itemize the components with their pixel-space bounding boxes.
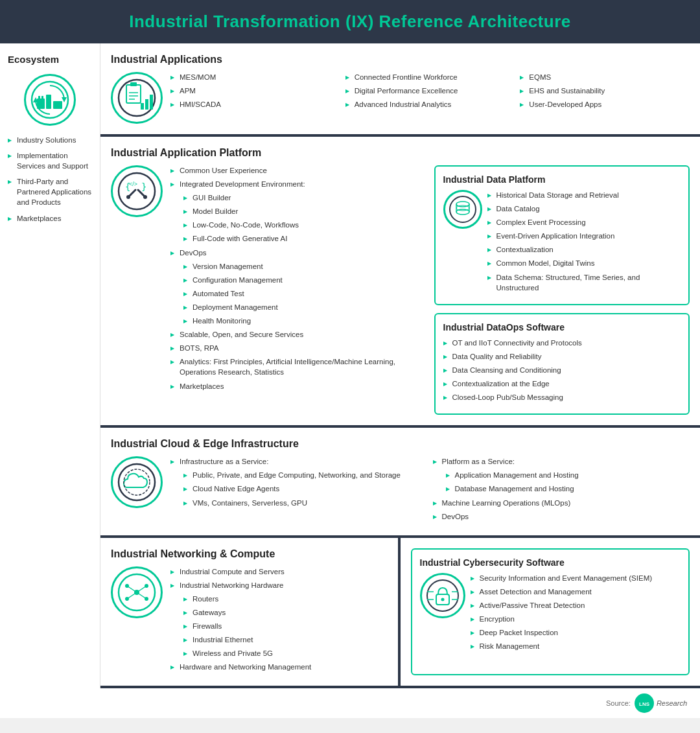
sidebar-icon-wrap xyxy=(8,74,92,126)
cloud-left-list: Infrastructure as a Service: Public, Pri… xyxy=(170,456,428,524)
sidebar-item-thirdparty: Third-Party and Partnered Applications a… xyxy=(8,176,92,207)
net-mgmt: Hardware and Networking Management xyxy=(170,662,311,672)
page: Industrial Transformation (IX) Reference… xyxy=(0,0,700,718)
cloud-svg xyxy=(117,463,156,502)
iap-auto-test: Automated Test xyxy=(177,288,426,299)
iap-devops: DevOps xyxy=(170,248,426,258)
ind-app-inner: MES/MOM APM HMI/SCADA Connected Frontlin… xyxy=(111,72,690,124)
cloud-edge-cols: Infrastructure as a Service: Public, Pri… xyxy=(170,456,690,524)
cloud-paas: Platform as a Service: xyxy=(433,456,690,467)
svg-point-41 xyxy=(427,580,458,611)
cybersecurity-svg xyxy=(426,579,460,612)
industrial-data-platform-box: Industrial Data Platform xyxy=(434,165,690,305)
dataops-context: Contextualization at the Edge xyxy=(443,378,681,389)
ind-app-icon-container xyxy=(111,72,163,124)
page-header: Industrial Transformation (IX) Reference… xyxy=(0,0,700,43)
svg-line-40 xyxy=(137,592,146,599)
ind-app-item-userdev: User-Developed Apps xyxy=(520,99,690,110)
svg-point-30 xyxy=(124,469,150,495)
ind-data-platform-wrap: Industrial Data Platform xyxy=(434,165,690,415)
iap-common-ux: Common User Experience xyxy=(170,165,426,176)
networking-svg xyxy=(117,573,156,612)
header-title: Industrial Transformation (IX) Reference… xyxy=(129,12,570,31)
cybersecurity-title: Industrial Cybersecurity Software xyxy=(420,557,681,568)
net-routers: Routers xyxy=(177,594,311,604)
dataops-ot: OT and IIoT Connectivity and Protocols xyxy=(443,338,681,348)
cloud-iaas: Infrastructure as a Service: xyxy=(170,456,428,467)
cloud-edge-icon xyxy=(111,456,163,508)
idp-icon xyxy=(443,190,482,229)
svg-point-22 xyxy=(143,195,147,199)
iap-health: Health Monitoring xyxy=(177,316,426,326)
svg-rect-3 xyxy=(53,101,62,109)
idp-inner: Historical Data Storage and Retrieval Da… xyxy=(443,190,681,296)
cloud-public: Public, Private, and Edge Computing, Net… xyxy=(177,470,428,480)
net-wireless: Wireless and Private 5G xyxy=(177,648,311,658)
cloud-edge-section: Industrial Cloud & Edge Infrastructure xyxy=(100,428,700,537)
iap-deploy: Deployment Management xyxy=(177,302,426,312)
dataops-quality: Data Quality and Reliability xyxy=(443,351,681,362)
ecosystem-svg xyxy=(30,80,69,119)
idp-historical: Historical Data Storage and Retrieval xyxy=(487,190,681,200)
sidebar-item-industry: Industry Solutions xyxy=(8,135,92,145)
ind-app-platform-icon-container: { </> } xyxy=(111,165,163,217)
lns-circle-icon: LNS xyxy=(635,693,654,713)
source-label: Source: xyxy=(606,699,631,707)
dataops-pubsub: Closed-Loop Pub/Sub Messaging xyxy=(443,392,681,402)
ind-app-svg xyxy=(117,78,156,117)
svg-rect-4 xyxy=(38,96,40,99)
idp-context: Contextualization xyxy=(487,244,681,255)
dataops-list: OT and IIoT Connectivity and Protocols D… xyxy=(443,338,681,402)
cloud-right-list: Platform as a Service: Application Manag… xyxy=(433,456,690,524)
ind-app-col3: EQMS EHS and Sustainability User-Develop… xyxy=(520,72,690,113)
cloud-edge-icon-container xyxy=(111,456,163,508)
idp-cep: Complex Event Processing xyxy=(487,217,681,227)
svg-text:}: } xyxy=(141,181,146,192)
networking-list: Industrial Compute and Servers Industria… xyxy=(170,566,311,676)
networking-icon xyxy=(111,566,163,618)
svg-text:LNS: LNS xyxy=(639,701,650,707)
cyber-risk: Risk Management xyxy=(471,641,653,651)
idp-common-model: Common Model, Digital Twins xyxy=(487,258,681,268)
svg-point-20 xyxy=(126,195,130,199)
cyber-dpi: Deep Packet Inspection xyxy=(471,627,653,638)
ind-app-icon xyxy=(111,72,163,124)
ind-app-platform-section: Industrial Application Platform { </> } xyxy=(100,137,700,428)
cloud-native: Cloud Native Edge Agents xyxy=(177,483,428,494)
cybersecurity-list: Security Information and Event Managemen… xyxy=(471,573,653,655)
ind-app-platform-list: Common User Experience Integrated Develo… xyxy=(170,165,426,391)
iap-fullcode: Full-Code with Generative AI xyxy=(177,233,426,244)
networking-inner: Industrial Compute and Servers Industria… xyxy=(111,566,388,676)
ind-app-platform-list-wrap: Common User Experience Integrated Develo… xyxy=(170,165,426,415)
networking-section: Industrial Networking & Compute xyxy=(100,538,401,686)
iap-gui: GUI Builder xyxy=(177,192,426,203)
cloud-devops: DevOps xyxy=(433,511,690,522)
cloud-vms: VMs, Containers, Serverless, GPU xyxy=(177,498,428,508)
svg-rect-13 xyxy=(145,99,148,110)
cloud-edge-title: Industrial Cloud & Edge Infrastructure xyxy=(111,438,690,450)
ecosystem-icon xyxy=(24,74,76,126)
lns-logo: LNS Research xyxy=(635,693,687,713)
ind-app-platform-icon: { </> } xyxy=(111,165,163,217)
iap-model: Model Builder xyxy=(177,206,426,216)
iap-ide: Integrated Development Environment: xyxy=(170,179,426,189)
idp-catalog: Data Catalog xyxy=(487,204,681,214)
svg-point-15 xyxy=(119,173,155,209)
net-ethernet: Industrial Ethernet xyxy=(177,634,311,645)
ind-app-item-frontline: Connected Frontline Workforce xyxy=(345,72,515,82)
lns-logo-svg: LNS xyxy=(638,697,651,710)
sidebar-item-implementation: Implementation Services and Support xyxy=(8,150,92,171)
ind-app-cols: MES/MOM APM HMI/SCADA Connected Frontlin… xyxy=(170,72,690,113)
ind-app-item-perf: Digital Performance Excellence xyxy=(345,86,515,96)
ind-app-item-eqms: EQMS xyxy=(520,72,690,82)
lns-text: Research xyxy=(657,699,687,707)
net-firewalls: Firewalls xyxy=(177,621,311,631)
ind-app-item-mesmom: MES/MOM xyxy=(170,72,340,82)
cyber-threat: Active/Passive Threat Detection xyxy=(471,600,653,611)
svg-rect-14 xyxy=(150,95,153,110)
svg-text:</>: </> xyxy=(129,181,137,187)
source-bar: Source: LNS Research xyxy=(0,688,700,718)
sidebar-title: Ecosystem xyxy=(8,54,92,65)
cloud-db-mgmt: Database Management and Hosting xyxy=(439,483,690,494)
idp-schema: Data Schema: Structured, Time Series, an… xyxy=(487,272,681,293)
